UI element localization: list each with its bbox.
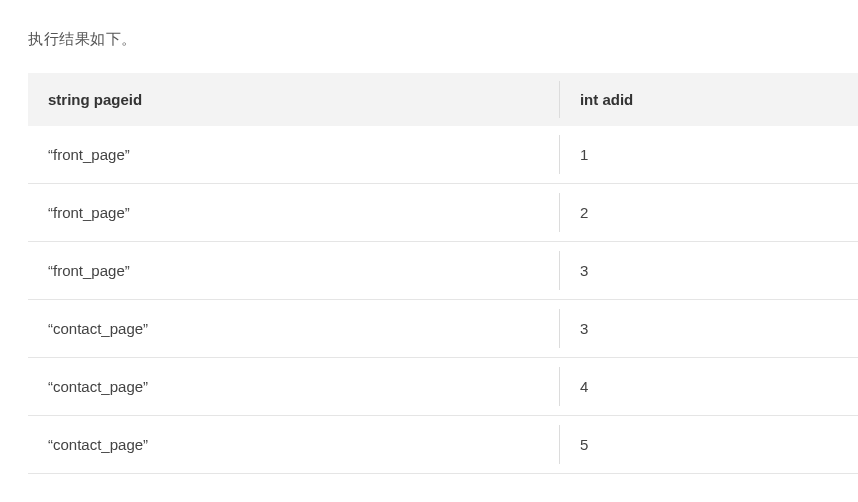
table-row: “front_page” 1	[28, 126, 858, 184]
table-header-row: string pageid int adid	[28, 73, 858, 126]
cell-adid: 2	[560, 184, 858, 242]
cell-adid: 1	[560, 126, 858, 184]
cell-adid: 3	[560, 300, 858, 358]
header-pageid: string pageid	[28, 73, 560, 126]
cell-pageid: “front_page”	[28, 242, 560, 300]
table-row: “contact_page” 3	[28, 300, 858, 358]
table-row: “contact_page” 5	[28, 416, 858, 474]
header-adid: int adid	[560, 73, 858, 126]
cell-pageid: “front_page”	[28, 184, 560, 242]
table-row: “front_page” 2	[28, 184, 858, 242]
cell-pageid: “contact_page”	[28, 358, 560, 416]
cell-adid: 3	[560, 242, 858, 300]
table-row: “contact_page” 4	[28, 358, 858, 416]
intro-text: 执行结果如下。	[28, 30, 858, 49]
cell-pageid: “contact_page”	[28, 300, 560, 358]
cell-pageid: “front_page”	[28, 126, 560, 184]
result-table: string pageid int adid “front_page” 1 “f…	[28, 73, 858, 474]
cell-adid: 4	[560, 358, 858, 416]
cell-adid: 5	[560, 416, 858, 474]
cell-pageid: “contact_page”	[28, 416, 560, 474]
table-row: “front_page” 3	[28, 242, 858, 300]
